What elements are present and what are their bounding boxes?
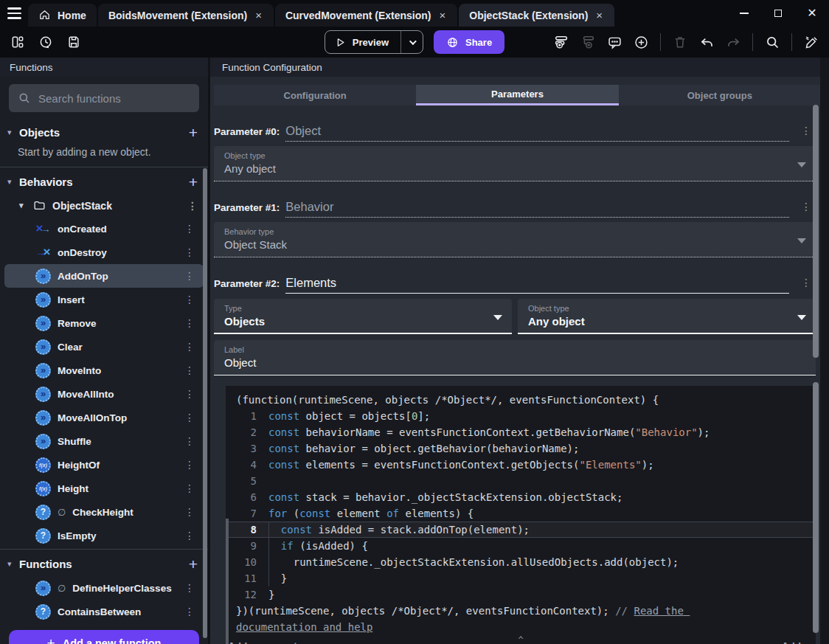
- kebab-menu-icon[interactable]: [184, 269, 195, 283]
- add-function-plus-button[interactable]: +: [189, 556, 198, 572]
- close-tab-icon[interactable]: ×: [438, 9, 448, 21]
- kebab-menu-icon[interactable]: [184, 387, 195, 401]
- field-value: Any object: [528, 315, 805, 328]
- kebab-menu-icon[interactable]: [184, 458, 195, 471]
- parameter-label: Parameter #1:: [214, 202, 280, 218]
- function-list-item[interactable]: MoveInto: [4, 359, 204, 382]
- function-list-item[interactable]: Remove: [4, 311, 204, 335]
- kebab-menu-icon[interactable]: [184, 222, 195, 235]
- search-icon[interactable]: [762, 32, 783, 52]
- delete-icon[interactable]: [670, 32, 690, 52]
- editor-layout-icon[interactable]: [7, 32, 28, 52]
- kebab-menu-icon[interactable]: [801, 200, 811, 213]
- function-list-item[interactable]: Height: [4, 477, 204, 500]
- add-subevent-icon[interactable]: [577, 32, 598, 52]
- function-list-item[interactable]: DefineHelperClasses: [4, 576, 204, 600]
- undo-icon[interactable]: [696, 32, 717, 52]
- function-list-item[interactable]: onDestroy: [4, 240, 204, 264]
- field-value: Object Stack: [224, 238, 805, 251]
- kebab-menu-icon[interactable]: [184, 293, 195, 306]
- object-type-select[interactable]: Object type Any object: [214, 146, 816, 181]
- kebab-menu-icon[interactable]: [184, 411, 195, 424]
- object-type-select-2[interactable]: Object type Any object: [518, 299, 816, 334]
- function-list-item[interactable]: MoveAllOnTop: [4, 406, 204, 429]
- main-menu-icon[interactable]: [0, 0, 28, 27]
- kebab-menu-icon[interactable]: [184, 246, 195, 259]
- parameter-type-select[interactable]: Type Objects: [214, 299, 512, 334]
- search-input[interactable]: [9, 84, 199, 112]
- redo-icon[interactable]: [723, 32, 743, 52]
- close-tab-icon[interactable]: ×: [254, 9, 263, 21]
- tab-label: ObjectStack (Extension): [469, 10, 588, 21]
- add-event-icon[interactable]: [551, 32, 572, 52]
- add-parameter-button[interactable]: Add a parameter: [228, 639, 307, 644]
- kebab-menu-icon[interactable]: [801, 124, 811, 137]
- share-button[interactable]: Share: [434, 30, 504, 54]
- sidebar-scrollbar[interactable]: [203, 168, 207, 638]
- function-list-item[interactable]: onCreated: [4, 217, 204, 240]
- editor-scrollbar[interactable]: [813, 382, 819, 633]
- function-list-item[interactable]: HeightOf: [4, 453, 204, 477]
- section-functions[interactable]: ▾ Functions +: [0, 551, 208, 576]
- preview-button[interactable]: Preview: [325, 30, 423, 54]
- function-list-item[interactable]: CheckHeight: [4, 500, 204, 524]
- parameter-name-input[interactable]: Object: [285, 124, 789, 142]
- add-behavior-button[interactable]: +: [189, 174, 198, 190]
- tab-home[interactable]: Home: [28, 4, 97, 27]
- scrollbar-track[interactable]: [820, 58, 829, 644]
- parameters-scrollbar[interactable]: [813, 105, 819, 358]
- add-new-function-button[interactable]: Add a new function: [9, 630, 199, 644]
- section-objects[interactable]: ▾ Objects +: [0, 120, 208, 145]
- kebab-menu-icon[interactable]: [184, 505, 195, 519]
- close-tab-icon[interactable]: ×: [594, 9, 604, 21]
- kebab-menu-icon[interactable]: [184, 340, 195, 353]
- maximize-button[interactable]: [761, 0, 795, 27]
- function-list-item[interactable]: Clear: [4, 335, 204, 359]
- kebab-menu-icon[interactable]: [801, 276, 811, 289]
- history-icon[interactable]: [35, 32, 56, 52]
- behavior-type-select[interactable]: Behavior type Object Stack: [214, 222, 816, 257]
- tab-curvedmovement[interactable]: CurvedMovement (Extension) ×: [275, 4, 457, 27]
- add-object-button[interactable]: +: [189, 125, 198, 140]
- function-list-item[interactable]: AddOnTop: [4, 264, 204, 288]
- function-list-item[interactable]: Shuffle: [4, 429, 204, 453]
- close-window-button[interactable]: ✕: [795, 0, 829, 27]
- tab-parameters[interactable]: Parameters: [416, 85, 618, 105]
- kebab-menu-icon[interactable]: [184, 605, 195, 618]
- tab-configuration[interactable]: Configuration: [214, 85, 416, 105]
- function-list-item[interactable]: Insert: [4, 288, 204, 311]
- dropdown-arrow-icon: [797, 162, 806, 167]
- tab-object-groups[interactable]: Object groups: [619, 85, 821, 105]
- preview-dropdown-icon[interactable]: [401, 40, 423, 45]
- chevron-down-icon[interactable]: ▾: [7, 128, 19, 137]
- parameter-name-input[interactable]: Behavior: [285, 200, 789, 218]
- kebab-menu-icon[interactable]: [184, 316, 195, 330]
- kebab-menu-icon[interactable]: [184, 434, 195, 448]
- kebab-menu-icon[interactable]: [184, 529, 195, 542]
- chevron-down-icon[interactable]: ▾: [19, 201, 27, 210]
- kebab-menu-icon[interactable]: [184, 581, 195, 595]
- minimize-button[interactable]: [727, 0, 761, 27]
- edit-pencil-icon[interactable]: [801, 32, 822, 52]
- section-behaviors[interactable]: ▾ Behaviors +: [0, 169, 208, 194]
- function-list-item[interactable]: ContainsBetween: [4, 600, 204, 623]
- kebab-menu-icon[interactable]: [187, 200, 198, 212]
- add-comment-icon[interactable]: [604, 32, 625, 52]
- function-list-item[interactable]: MoveAllInto: [4, 382, 204, 406]
- function-type-icon: [35, 457, 51, 473]
- add-circle-icon[interactable]: [631, 32, 651, 52]
- chevron-down-icon[interactable]: ▾: [7, 177, 19, 187]
- kebab-menu-icon[interactable]: [184, 482, 195, 495]
- function-type-icon: [35, 410, 51, 426]
- code-editor[interactable]: (function(runtimeScene, objects /*Object…: [226, 386, 816, 644]
- behavior-group-objectstack[interactable]: ▾ ObjectStack: [0, 194, 208, 217]
- save-icon[interactable]: [63, 32, 84, 52]
- label-text-field[interactable]: Label Object: [214, 340, 816, 375]
- tab-boidsmovement[interactable]: BoidsMovement (Extension) ×: [98, 4, 274, 27]
- parameter-name-input[interactable]: Elements: [285, 276, 789, 294]
- chevron-down-icon[interactable]: ▾: [7, 559, 19, 569]
- kebab-menu-icon[interactable]: [184, 364, 195, 377]
- tab-objectstack[interactable]: ObjectStack (Extension) ×: [459, 4, 614, 27]
- add-button[interactable]: Add: [782, 639, 801, 644]
- function-list-item[interactable]: IsEmpty: [4, 524, 204, 547]
